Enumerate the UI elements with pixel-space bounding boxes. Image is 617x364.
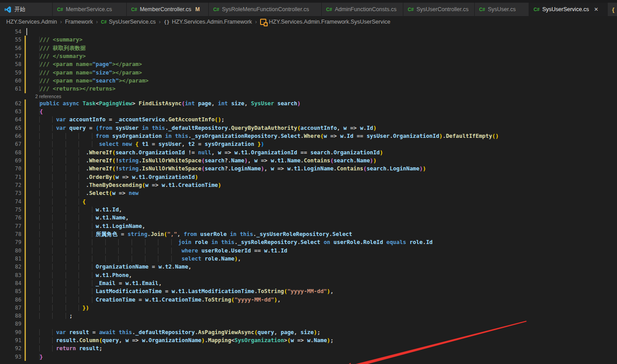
line-number[interactable]: 82 xyxy=(0,263,21,271)
tab-开始[interactable]: 开始 xyxy=(0,3,52,16)
line-number[interactable]: 58 xyxy=(0,60,21,68)
code-line[interactable]: 85 LastModificationTime = w.t1.LastModif… xyxy=(0,287,617,295)
code-line[interactable]: 89 xyxy=(0,320,617,328)
git-modified-gutter-marker xyxy=(21,52,26,60)
breadcrumb-item-hzy-services-admin[interactable]: HZY.Services.Admin xyxy=(6,19,57,25)
breadcrumb-item-hzy-services-admin-framework-sysuserservice[interactable]: HZY.Services.Admin.Framework.SysUserServ… xyxy=(260,19,390,25)
line-number[interactable]: 80 xyxy=(0,247,21,255)
code-line[interactable]: 57 /// </summary> xyxy=(0,52,617,60)
code-token: result xyxy=(56,337,76,343)
line-number[interactable]: 87 xyxy=(0,304,21,312)
breadcrumb-item-sysuserservice-cs[interactable]: C#SysUserService.cs xyxy=(101,19,156,25)
code-line[interactable]: 56 /// 获取列表数据 xyxy=(0,44,617,52)
code-line[interactable]: 82 OrganizationName = w.t2.Name, xyxy=(0,263,617,271)
code-line[interactable]: 72 .ThenByDescending(w => w.t1.CreationT… xyxy=(0,181,617,189)
code-line[interactable]: 63 { xyxy=(0,108,617,116)
line-number[interactable]: 92 xyxy=(0,344,21,352)
code-line[interactable]: 83 w.t1.Phone, xyxy=(0,271,617,279)
code-token: . xyxy=(86,174,89,180)
line-number[interactable]: 70 xyxy=(0,165,21,173)
code-line[interactable]: 64 var accountInfo = _accountService.Get… xyxy=(0,116,617,124)
line-number[interactable]: 77 xyxy=(0,222,21,230)
close-icon[interactable]: ✕ xyxy=(594,6,598,12)
tab-sysuserservice-cs[interactable]: C#SysUserService.cs✕ xyxy=(529,3,607,16)
tab-sysusercontroller-cs[interactable]: C#SysUserController.cs xyxy=(403,3,474,16)
tab-adminfunctionconsts-cs[interactable]: C#AdminFunctionConsts.cs xyxy=(322,3,403,16)
line-number[interactable]: 72 xyxy=(0,181,21,189)
line-number[interactable]: 69 xyxy=(0,157,21,165)
line-number[interactable]: 93 xyxy=(0,353,21,361)
code-line[interactable]: 55 /// <summary> xyxy=(0,36,617,44)
breadcrumb-item-hzy-services-admin-framework[interactable]: {}HZY.Services.Admin.Framework xyxy=(164,19,252,25)
code-line[interactable]: 92 return result; xyxy=(0,344,617,352)
code-line[interactable]: 66 from sysOrganization in this._sysOrga… xyxy=(0,132,617,140)
line-number[interactable]: 74 xyxy=(0,198,21,206)
line-number[interactable]: 54 xyxy=(0,28,21,36)
code-line[interactable]: 54 xyxy=(0,28,617,36)
code-line[interactable]: 81 select role.Name), xyxy=(0,255,617,263)
code-line[interactable]: 86 CreationTime = w.t1.CreationTime.ToSt… xyxy=(0,296,617,304)
line-number[interactable]: 85 xyxy=(0,287,21,295)
code-line[interactable]: 58 /// <param name="page"></param> xyxy=(0,60,617,68)
line-number[interactable]: 88 xyxy=(0,312,21,320)
line-number[interactable]: 62 xyxy=(0,99,21,108)
tab-membercontroller-cs[interactable]: C#MemberController.csM xyxy=(127,3,208,16)
code-line[interactable]: 76 w.t1.Name, xyxy=(0,214,617,222)
code-line[interactable]: 71 .OrderBy(w => w.t1.OrganizationId) xyxy=(0,173,617,181)
code-line[interactable]: 69 .WhereIf(!string.IsNullOrWhiteSpace(s… xyxy=(0,157,617,165)
tab-sysrolemenufunctioncontroller-cs[interactable]: C#SysRoleMenuFunctionController.cs xyxy=(209,3,321,16)
code-line[interactable]: 79 join role in this._sysRoleRepository.… xyxy=(0,238,617,246)
line-number[interactable]: 56 xyxy=(0,44,21,52)
code-line[interactable]: 88 ; xyxy=(0,312,617,320)
line-number[interactable]: 91 xyxy=(0,336,21,344)
code-line[interactable]: 78 所属角色 = string.Join(",", from userRole… xyxy=(0,230,617,238)
line-number[interactable]: 57 xyxy=(0,52,21,60)
line-number[interactable]: 73 xyxy=(0,189,21,197)
line-number[interactable]: 63 xyxy=(0,108,21,116)
line-number[interactable]: 78 xyxy=(0,230,21,238)
tab-memberservice-cs[interactable]: C#MemberService.cs xyxy=(53,3,126,16)
code-line[interactable]: 84 _Email = w.t1.Email, xyxy=(0,279,617,287)
line-number[interactable]: 84 xyxy=(0,279,21,287)
code-line[interactable]: 62 public async Task<PagingView> FindLis… xyxy=(0,99,617,108)
line-number[interactable]: 65 xyxy=(0,124,21,132)
code-line[interactable]: 65 var query = (from sysUser in this._de… xyxy=(0,124,617,132)
line-number[interactable]: 59 xyxy=(0,69,21,77)
line-number[interactable]: 68 xyxy=(0,149,21,157)
line-number[interactable]: 79 xyxy=(0,238,21,246)
line-number[interactable]: 89 xyxy=(0,320,21,328)
code-editor[interactable]: 5455 /// <summary>56 /// 获取列表数据57 /// </… xyxy=(0,28,617,361)
line-number[interactable]: 71 xyxy=(0,173,21,181)
line-number[interactable]: 81 xyxy=(0,255,21,263)
line-number[interactable]: 61 xyxy=(0,85,21,93)
code-line[interactable]: 87 }) xyxy=(0,304,617,312)
breadcrumb-item-framework[interactable]: Framework xyxy=(65,19,93,25)
code-line[interactable]: 74 { xyxy=(0,198,617,206)
code-line[interactable]: 77 w.t1.LoginName, xyxy=(0,222,617,230)
code-line[interactable]: 61 /// <returns></returns> xyxy=(0,85,617,93)
code-line[interactable]: 75 w.t1.Id, xyxy=(0,206,617,214)
code-line[interactable]: 90 var result = await this._defaultRepos… xyxy=(0,328,617,336)
code-line[interactable]: 93 } xyxy=(0,353,617,361)
code-line[interactable]: 91 result.Column(query, w => w.Organizat… xyxy=(0,336,617,344)
code-line[interactable]: 70 .WhereIf(!string.IsNullOrWhiteSpace(s… xyxy=(0,165,617,173)
line-number[interactable]: 76 xyxy=(0,214,21,222)
line-number[interactable]: 86 xyxy=(0,296,21,304)
code-line[interactable]: 60 /// <param name="search"></param> xyxy=(0,77,617,85)
code-line[interactable]: 68 .WhereIf(search.OrganizationId != nul… xyxy=(0,149,617,157)
line-number[interactable]: 83 xyxy=(0,271,21,279)
line-number[interactable]: 60 xyxy=(0,77,21,85)
codelens-references-link[interactable]: 2 references xyxy=(0,93,617,99)
line-number[interactable]: 90 xyxy=(0,328,21,336)
line-number[interactable]: 55 xyxy=(0,36,21,44)
line-number[interactable]: 67 xyxy=(0,140,21,148)
code-line[interactable]: 67 select new { t1 = sysUser, t2 = sysOr… xyxy=(0,140,617,148)
line-number[interactable]: 75 xyxy=(0,206,21,214)
tab-sysuser-cs[interactable]: C#SysUser.cs xyxy=(475,3,529,16)
code-line[interactable]: 73 .Select(w => new xyxy=(0,189,617,197)
code-line[interactable]: 80 where userRole.UserId == w.t1.Id xyxy=(0,247,617,255)
tab-[interactable]: { xyxy=(608,3,617,16)
line-number[interactable]: 64 xyxy=(0,116,21,124)
line-number[interactable]: 66 xyxy=(0,132,21,140)
code-line[interactable]: 59 /// <param name="size"></param> xyxy=(0,69,617,77)
